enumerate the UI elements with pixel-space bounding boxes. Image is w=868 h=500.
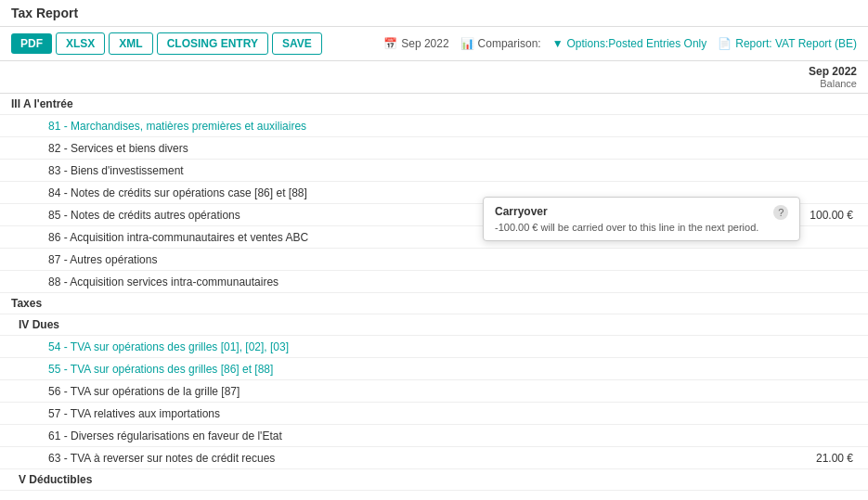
row-83: 83 - Biens d'investissement — [0, 160, 868, 182]
row-82: 82 - Services et biens divers — [0, 137, 868, 160]
row-63: 63 - TVA à reverser sur notes de crédit … — [0, 447, 868, 469]
section-a-entree: III A l'entrée — [0, 94, 868, 115]
row-55: 55 - TVA sur opérations des grilles [86]… — [0, 358, 868, 380]
row-55-link[interactable]: 55 - TVA sur opérations des grilles [86]… — [48, 363, 273, 376]
row-85: 85 - Notes de crédits autres opérations … — [0, 204, 868, 226]
help-icon[interactable]: ? — [773, 205, 788, 220]
section-iv-dues: IV Dues — [0, 314, 868, 336]
save-button[interactable]: SAVE — [272, 32, 322, 55]
tooltip-text: -100.00 € will be carried over to this l… — [495, 222, 758, 233]
chart-icon: 📊 — [460, 37, 474, 50]
tooltip-title: Carryover — [495, 205, 758, 218]
report-link[interactable]: 📄 Report: VAT Report (BE) — [718, 37, 857, 50]
toolbar: PDF XLSX XML CLOSING ENTRY SAVE 📅 Sep 20… — [0, 27, 868, 61]
row-88: 88 - Acquisition services intra-communau… — [0, 271, 868, 293]
row-81-link[interactable]: 81 - Marchandises, matières premières et… — [48, 120, 306, 133]
row-54: 54 - TVA sur opérations des grilles [01]… — [0, 336, 868, 358]
col-header-row: Sep 2022 Balance — [0, 61, 868, 94]
tooltip-container: Carryover -100.00 € will be carried over… — [483, 197, 800, 241]
closing-entry-button[interactable]: CLOSING ENTRY — [157, 32, 268, 55]
report-icon: 📄 — [718, 37, 732, 50]
filter-icon: ▼ — [552, 37, 564, 50]
row-81: 81 - Marchandises, matières premières et… — [0, 115, 868, 137]
row-56: 56 - TVA sur opérations de la grille [87… — [0, 380, 868, 403]
xml-button[interactable]: XML — [109, 32, 152, 55]
table-wrapper: Sep 2022 Balance III A l'entrée 81 - Mar… — [0, 61, 868, 494]
window-title: Tax Report — [0, 0, 868, 27]
pdf-button[interactable]: PDF — [11, 33, 52, 54]
main-content: Sep 2022 Balance III A l'entrée 81 - Mar… — [0, 61, 868, 494]
row-57: 57 - TVA relatives aux importations — [0, 403, 868, 425]
col-balance: Balance — [745, 78, 857, 89]
section-taxes: Taxes — [0, 293, 868, 314]
row-61: 61 - Diverses régularisations en faveur … — [0, 425, 868, 447]
col-period: Sep 2022 — [745, 65, 857, 78]
period-label: Sep 2022 — [401, 37, 448, 50]
row-54-link[interactable]: 54 - TVA sur opérations des grilles [01]… — [48, 340, 289, 353]
calendar-icon: 📅 — [383, 37, 397, 50]
options-filter[interactable]: ▼ Options:Posted Entries Only — [552, 37, 707, 50]
section-v-deductibles: V Déductibles — [0, 469, 868, 491]
row-63-value: 21.00 € — [745, 452, 857, 465]
comparison-label: 📊 Comparison: — [460, 37, 541, 50]
xlsx-button[interactable]: XLSX — [56, 32, 105, 55]
row-87: 87 - Autres opérations — [0, 249, 868, 271]
row-59: 59 - TVA déductible — [0, 491, 868, 494]
period-selector[interactable]: 📅 Sep 2022 — [383, 37, 448, 50]
